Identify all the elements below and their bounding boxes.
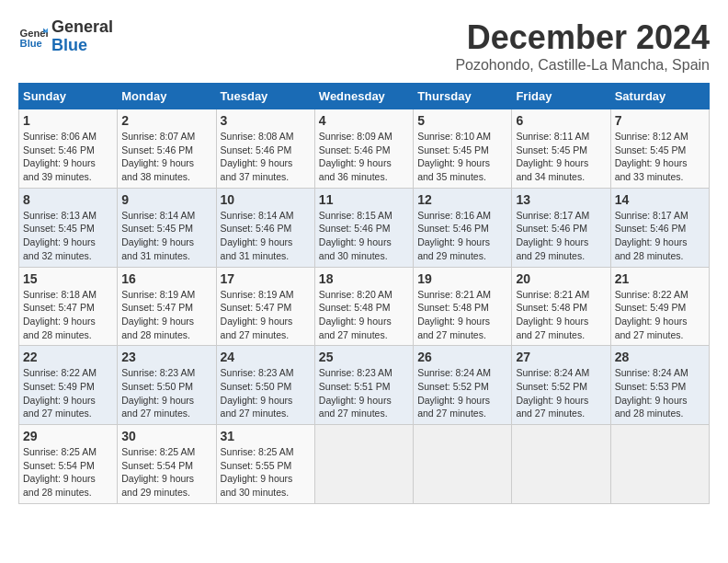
day-number: 2 [121, 113, 211, 128]
calendar-day-cell: 15Sunrise: 8:18 AMSunset: 5:47 PMDayligh… [19, 267, 118, 346]
calendar-day-cell: 4Sunrise: 8:09 AMSunset: 5:46 PMDaylight… [314, 109, 413, 189]
calendar-day-cell [414, 425, 512, 504]
calendar-day-cell: 7Sunrise: 8:12 AMSunset: 5:45 PMDaylight… [610, 109, 709, 189]
calendar-subtitle: Pozohondo, Castille-La Mancha, Spain [455, 57, 710, 74]
title-block: December 2024 Pozohondo, Castille-La Man… [455, 18, 710, 74]
calendar-day-cell [512, 425, 610, 504]
calendar-day-cell: 13Sunrise: 8:17 AMSunset: 5:46 PMDayligh… [512, 188, 610, 267]
day-number: 1 [23, 113, 113, 128]
calendar-day-cell: 25Sunrise: 8:23 AMSunset: 5:51 PMDayligh… [314, 346, 413, 425]
day-number: 3 [221, 113, 311, 128]
page-header: General Blue General Blue December 2024 … [18, 18, 710, 74]
calendar-day-cell [610, 425, 709, 504]
day-info: Sunrise: 8:19 AMSunset: 5:47 PMDaylight:… [121, 288, 211, 342]
day-info: Sunrise: 8:23 AMSunset: 5:51 PMDaylight:… [319, 366, 409, 420]
day-number: 7 [615, 113, 705, 128]
calendar-day-cell: 29Sunrise: 8:25 AMSunset: 5:54 PMDayligh… [19, 425, 118, 504]
day-number: 6 [516, 113, 606, 128]
day-number: 10 [221, 192, 311, 207]
day-number: 11 [319, 192, 409, 207]
day-number: 28 [615, 350, 705, 364]
day-number: 23 [121, 350, 211, 364]
day-number: 4 [319, 113, 409, 128]
day-info: Sunrise: 8:24 AMSunset: 5:52 PMDaylight:… [417, 366, 507, 420]
calendar-week-row: 8Sunrise: 8:13 AMSunset: 5:45 PMDaylight… [19, 188, 710, 267]
calendar-day-cell: 1Sunrise: 8:06 AMSunset: 5:46 PMDaylight… [19, 109, 118, 189]
day-info: Sunrise: 8:19 AMSunset: 5:47 PMDaylight:… [221, 288, 311, 342]
day-number: 30 [121, 429, 211, 443]
day-number: 14 [615, 192, 705, 207]
day-info: Sunrise: 8:10 AMSunset: 5:45 PMDaylight:… [417, 130, 507, 184]
weekday-header-friday: Friday [512, 84, 610, 109]
day-info: Sunrise: 8:22 AMSunset: 5:49 PMDaylight:… [23, 366, 113, 420]
calendar-day-cell: 30Sunrise: 8:25 AMSunset: 5:54 PMDayligh… [118, 425, 216, 504]
calendar-day-cell: 27Sunrise: 8:24 AMSunset: 5:52 PMDayligh… [512, 346, 610, 425]
calendar-day-cell: 6Sunrise: 8:11 AMSunset: 5:45 PMDaylight… [512, 109, 610, 189]
day-info: Sunrise: 8:13 AMSunset: 5:45 PMDaylight:… [23, 209, 113, 263]
calendar-week-row: 15Sunrise: 8:18 AMSunset: 5:47 PMDayligh… [19, 267, 710, 346]
day-info: Sunrise: 8:25 AMSunset: 5:55 PMDaylight:… [221, 445, 311, 500]
calendar-day-cell: 16Sunrise: 8:19 AMSunset: 5:47 PMDayligh… [118, 267, 216, 346]
logo-text: General Blue [51, 18, 113, 55]
weekday-header-saturday: Saturday [610, 84, 709, 109]
calendar-day-cell: 14Sunrise: 8:17 AMSunset: 5:46 PMDayligh… [610, 188, 709, 267]
day-info: Sunrise: 8:23 AMSunset: 5:50 PMDaylight:… [221, 366, 311, 420]
day-info: Sunrise: 8:12 AMSunset: 5:45 PMDaylight:… [615, 130, 705, 184]
calendar-day-cell: 18Sunrise: 8:20 AMSunset: 5:48 PMDayligh… [314, 267, 413, 346]
calendar-day-cell: 3Sunrise: 8:08 AMSunset: 5:46 PMDaylight… [216, 109, 314, 189]
calendar-table: SundayMondayTuesdayWednesdayThursdayFrid… [18, 83, 710, 504]
day-info: Sunrise: 8:08 AMSunset: 5:46 PMDaylight:… [221, 130, 311, 184]
calendar-day-cell: 2Sunrise: 8:07 AMSunset: 5:46 PMDaylight… [118, 109, 216, 189]
day-info: Sunrise: 8:09 AMSunset: 5:46 PMDaylight:… [319, 130, 409, 184]
day-info: Sunrise: 8:18 AMSunset: 5:47 PMDaylight:… [23, 288, 113, 342]
calendar-day-cell: 21Sunrise: 8:22 AMSunset: 5:49 PMDayligh… [610, 267, 709, 346]
day-info: Sunrise: 8:22 AMSunset: 5:49 PMDaylight:… [615, 288, 705, 342]
day-number: 5 [417, 113, 507, 128]
calendar-week-row: 1Sunrise: 8:06 AMSunset: 5:46 PMDaylight… [19, 109, 710, 189]
day-info: Sunrise: 8:14 AMSunset: 5:45 PMDaylight:… [121, 209, 211, 263]
day-info: Sunrise: 8:25 AMSunset: 5:54 PMDaylight:… [121, 445, 211, 500]
day-number: 18 [319, 271, 409, 286]
logo: General Blue General Blue [18, 18, 113, 55]
day-number: 16 [121, 271, 211, 286]
calendar-day-cell: 17Sunrise: 8:19 AMSunset: 5:47 PMDayligh… [216, 267, 314, 346]
svg-text:Blue: Blue [20, 38, 42, 49]
calendar-day-cell: 31Sunrise: 8:25 AMSunset: 5:55 PMDayligh… [216, 425, 314, 504]
day-number: 12 [417, 192, 507, 207]
day-number: 9 [121, 192, 211, 207]
day-number: 21 [615, 271, 705, 286]
calendar-day-cell: 12Sunrise: 8:16 AMSunset: 5:46 PMDayligh… [414, 188, 512, 267]
day-info: Sunrise: 8:07 AMSunset: 5:46 PMDaylight:… [121, 130, 211, 184]
weekday-header-tuesday: Tuesday [216, 84, 314, 109]
day-number: 24 [221, 350, 311, 364]
weekday-header-monday: Monday [118, 84, 216, 109]
calendar-day-cell [314, 425, 413, 504]
day-info: Sunrise: 8:17 AMSunset: 5:46 PMDaylight:… [615, 209, 705, 263]
day-info: Sunrise: 8:06 AMSunset: 5:46 PMDaylight:… [23, 130, 113, 184]
day-info: Sunrise: 8:11 AMSunset: 5:45 PMDaylight:… [516, 130, 606, 184]
calendar-day-cell: 28Sunrise: 8:24 AMSunset: 5:53 PMDayligh… [610, 346, 709, 425]
day-number: 29 [23, 429, 113, 443]
calendar-week-row: 22Sunrise: 8:22 AMSunset: 5:49 PMDayligh… [19, 346, 710, 425]
calendar-day-cell: 26Sunrise: 8:24 AMSunset: 5:52 PMDayligh… [414, 346, 512, 425]
weekday-header-row: SundayMondayTuesdayWednesdayThursdayFrid… [19, 84, 710, 109]
day-number: 19 [417, 271, 507, 286]
day-info: Sunrise: 8:17 AMSunset: 5:46 PMDaylight:… [516, 209, 606, 263]
calendar-day-cell: 10Sunrise: 8:14 AMSunset: 5:46 PMDayligh… [216, 188, 314, 267]
day-number: 8 [23, 192, 113, 207]
day-number: 26 [417, 350, 507, 364]
weekday-header-sunday: Sunday [19, 84, 118, 109]
day-info: Sunrise: 8:21 AMSunset: 5:48 PMDaylight:… [516, 288, 606, 342]
day-info: Sunrise: 8:24 AMSunset: 5:52 PMDaylight:… [516, 366, 606, 420]
calendar-day-cell: 22Sunrise: 8:22 AMSunset: 5:49 PMDayligh… [19, 346, 118, 425]
day-info: Sunrise: 8:25 AMSunset: 5:54 PMDaylight:… [23, 445, 113, 500]
day-number: 17 [221, 271, 311, 286]
day-number: 22 [23, 350, 113, 364]
weekday-header-thursday: Thursday [414, 84, 512, 109]
logo-icon: General Blue [18, 22, 48, 52]
day-info: Sunrise: 8:15 AMSunset: 5:46 PMDaylight:… [319, 209, 409, 263]
calendar-day-cell: 19Sunrise: 8:21 AMSunset: 5:48 PMDayligh… [414, 267, 512, 346]
calendar-title: December 2024 [455, 18, 710, 57]
day-number: 15 [23, 271, 113, 286]
day-info: Sunrise: 8:14 AMSunset: 5:46 PMDaylight:… [221, 209, 311, 263]
